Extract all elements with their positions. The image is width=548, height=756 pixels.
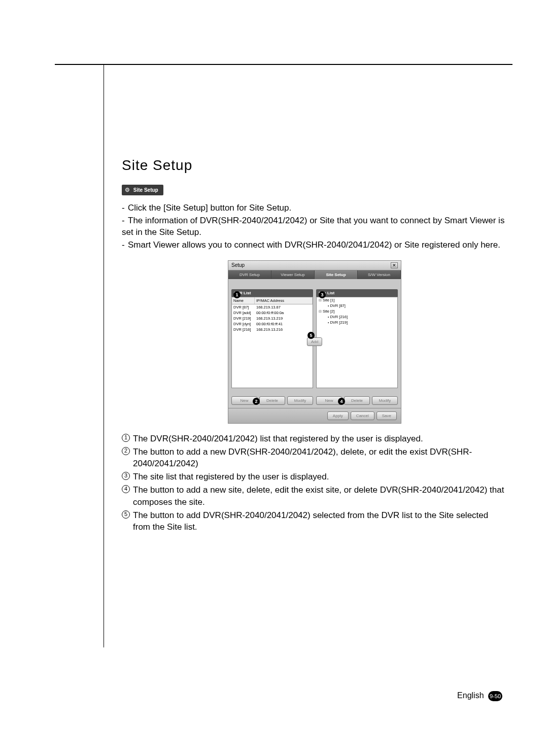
table-row: DVR [dyn]00:00:f0:f0:ff:41 — [232, 321, 313, 327]
explanation-list: 1The DVR(SHR-2040/2041/2042) list that r… — [122, 433, 507, 533]
col-name: Name — [232, 297, 255, 304]
bullet-text: The information of DVR(SHR-2040/2041/204… — [122, 216, 504, 237]
site-list-box[interactable]: Site [1] DVR [87] Site [2] DVR [216] DVR… — [316, 297, 398, 388]
bullet-text: Click the [Site Setup] button for Site S… — [128, 203, 291, 213]
dialog-titlebar: Setup ✕ — [228, 261, 401, 270]
tree-leaf[interactable]: DVR [216] — [317, 314, 397, 320]
page-number: 9-50 — [488, 691, 502, 701]
tab-dvr-setup[interactable]: DVR Setup — [228, 270, 271, 279]
callout-2: 2 — [253, 398, 260, 405]
table-row: DVR [add]00:00:f0:ff:00:0a — [232, 310, 313, 316]
callout-3: 3 — [319, 291, 326, 298]
site-delete-button[interactable]: Delete — [344, 396, 370, 405]
tab-viewer-setup[interactable]: Viewer Setup — [271, 270, 315, 279]
tree-leaf[interactable]: DVR [219] — [317, 320, 397, 325]
table-row: DVR [87]168.219.13.87 — [232, 304, 313, 310]
setup-dialog: Setup ✕ DVR Setup Viewer Setup Site Setu… — [228, 260, 401, 424]
table-row: DVR [219]168.219.13.219 — [232, 316, 313, 321]
page-title: Site Setup — [122, 157, 507, 174]
dvr-list-title: DVR List — [231, 289, 313, 297]
site-list-title: Site List — [316, 289, 398, 297]
tree-node[interactable]: Site [2] — [317, 308, 397, 314]
vertical-rule — [104, 64, 104, 647]
explanation-text: The button to add a new DVR(SHR-2040/204… — [133, 447, 472, 469]
table-row: DVR [216]168.219.13.216 — [232, 327, 313, 332]
callout-1: 1 — [233, 291, 241, 298]
dialog-tabs: DVR Setup Viewer Setup Site Setup S/W Ve… — [228, 270, 401, 279]
explanation-text: The DVR(SHR-2040/2041/2042) list that re… — [133, 434, 423, 443]
site-setup-button-label: Site Setup — [133, 187, 158, 193]
dvr-list-box[interactable]: Name IP/MAC Address DVR [87]168.219.13.8… — [231, 297, 313, 388]
dvr-delete-button[interactable]: Delete — [259, 396, 285, 405]
main-content: Site Setup Site Setup -Click the [Site S… — [122, 157, 507, 534]
site-list-buttons: New Delete Modify — [316, 396, 398, 405]
dvr-modify-button[interactable]: Modify — [287, 396, 313, 405]
dialog-footer: Apply Cancel Save — [228, 408, 401, 423]
tree-node[interactable]: Site [1] — [317, 297, 397, 303]
dvr-list-panel: DVR List Name IP/MAC Address DVR [87]168… — [231, 282, 313, 405]
page-footer: English 9-50 — [457, 691, 502, 701]
intro-paragraph: -Click the [Site Setup] button for Site … — [122, 202, 507, 251]
site-list-panel: Site List Site [1] DVR [87] Site [2] DVR… — [316, 282, 398, 405]
site-modify-button[interactable]: Modify — [372, 396, 398, 405]
explanation-text: The site list that registered by the use… — [133, 472, 329, 482]
dialog-body: 1 2 3 4 5 Add DVR List Name IP/MAC Addre… — [228, 279, 401, 408]
bullet-text: Smart Viewer allows you to connect with … — [128, 240, 500, 250]
tab-site-setup[interactable]: Site Setup — [315, 270, 358, 279]
close-icon[interactable]: ✕ — [391, 262, 398, 268]
tab-sw-version[interactable]: S/W Version — [358, 270, 401, 279]
top-rule — [55, 64, 512, 65]
callout-5: 5 — [307, 332, 315, 339]
explanation-text: The button to add DVR(SHR-2040/2041/2042… — [133, 510, 488, 532]
site-setup-button[interactable]: Site Setup — [122, 185, 163, 195]
explanation-text: The button to add a new site, delete, ed… — [133, 485, 504, 507]
dialog-title: Setup — [231, 262, 245, 268]
col-addr: IP/MAC Address — [255, 297, 313, 304]
apply-button[interactable]: Apply — [327, 411, 349, 420]
callout-4: 4 — [338, 398, 345, 405]
dvr-list-buttons: New Delete Modify — [231, 396, 313, 405]
cancel-button[interactable]: Cancel — [351, 411, 374, 420]
save-button[interactable]: Save — [376, 411, 397, 420]
tree-leaf[interactable]: DVR [87] — [317, 303, 397, 308]
footer-lang: English — [457, 691, 484, 700]
